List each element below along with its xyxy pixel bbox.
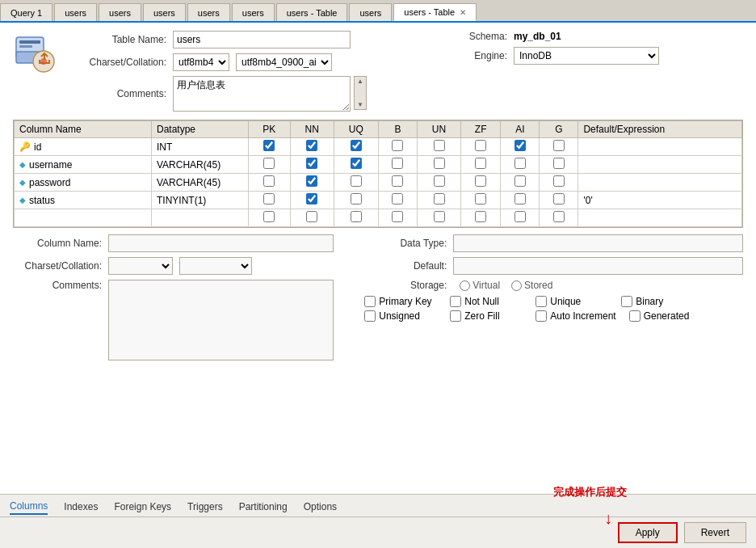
col-pk-checkbox[interactable] (263, 140, 275, 151)
detail-colname-input[interactable] (108, 234, 334, 252)
col-b-checkbox[interactable] (392, 175, 403, 187)
tab-foreign-keys[interactable]: Foreign Keys (114, 501, 171, 514)
nn-checkbox-label[interactable]: Not Null (450, 296, 523, 307)
tab-users4[interactable]: users (187, 3, 230, 21)
tab-triggers[interactable]: Triggers (187, 501, 223, 514)
charset-select[interactable]: utf8mb4 (173, 53, 229, 71)
col-zf-checkbox[interactable] (475, 193, 486, 204)
pk-checkbox-label[interactable]: Primary Key (364, 296, 437, 307)
col-ai-checkbox[interactable] (514, 175, 526, 187)
pk-checkbox[interactable] (364, 296, 376, 307)
col-uq-checkbox[interactable] (351, 158, 362, 169)
detail-charset-select[interactable] (108, 257, 173, 275)
close-tab-icon[interactable]: ✕ (460, 8, 466, 17)
col-b-checkbox[interactable] (392, 211, 403, 222)
table-row[interactable] (15, 209, 742, 227)
col-ai-checkbox[interactable] (514, 140, 526, 151)
tab-users3[interactable]: users (143, 3, 186, 21)
detail-datatype-input[interactable] (453, 234, 743, 252)
col-pk-checkbox[interactable] (263, 175, 275, 187)
detail-default-input[interactable] (453, 257, 743, 275)
table-row[interactable]: ◆usernameVARCHAR(45) (15, 156, 742, 174)
un-checkbox[interactable] (364, 310, 376, 322)
col-ai-checkbox[interactable] (514, 211, 526, 222)
tab-users6[interactable]: users (349, 3, 392, 21)
tab-users1[interactable]: users (54, 3, 97, 21)
col-g-checkbox[interactable] (553, 211, 565, 222)
col-nn-checkbox[interactable] (306, 158, 317, 169)
tab-options[interactable]: Options (304, 501, 337, 514)
table-name-input[interactable] (173, 31, 351, 48)
col-uq-checkbox[interactable] (351, 211, 362, 222)
nn-checkbox[interactable] (450, 296, 461, 307)
uq-checkbox-label[interactable]: Unique (536, 296, 608, 307)
col-pk-checkbox[interactable] (263, 193, 275, 204)
col-nn-cell (290, 192, 334, 209)
b-checkbox-label[interactable]: Binary (621, 296, 694, 307)
comments-input[interactable]: 用户信息表 (173, 76, 351, 112)
col-nn-checkbox[interactable] (306, 175, 317, 187)
col-un-checkbox[interactable] (434, 140, 445, 151)
scroll-down-icon[interactable]: ▼ (357, 101, 363, 108)
col-b-checkbox[interactable] (392, 193, 403, 204)
virtual-radio[interactable] (460, 280, 470, 291)
col-pk-checkbox[interactable] (263, 158, 275, 169)
tab-partitioning[interactable]: Partitioning (239, 501, 288, 514)
col-nn-checkbox[interactable] (306, 140, 317, 151)
col-nn-checkbox[interactable] (306, 193, 317, 204)
table-row[interactable]: ◆passwordVARCHAR(45) (15, 174, 742, 192)
col-b-checkbox[interactable] (392, 140, 403, 151)
g-checkbox[interactable] (629, 310, 640, 322)
col-zf-checkbox[interactable] (475, 175, 486, 187)
revert-button[interactable]: Revert (684, 522, 746, 543)
col-zf-checkbox[interactable] (475, 140, 486, 151)
b-checkbox[interactable] (621, 296, 632, 307)
g-checkbox-label[interactable]: Generated (629, 310, 702, 322)
ai-checkbox[interactable] (536, 310, 547, 322)
col-un-cell (417, 174, 460, 192)
col-pk-cell (249, 174, 291, 192)
virtual-radio-label[interactable]: Virtual (460, 280, 500, 291)
col-uq-checkbox[interactable] (351, 140, 362, 151)
col-b-checkbox[interactable] (392, 158, 403, 169)
collation-select[interactable]: utf8mb4_0900_ai (236, 53, 332, 71)
zf-checkbox[interactable] (450, 310, 461, 322)
col-g-checkbox[interactable] (553, 193, 565, 204)
col-uq-checkbox[interactable] (351, 175, 362, 187)
tab-users-table2[interactable]: users - Table ✕ (393, 3, 477, 21)
col-un-checkbox[interactable] (434, 158, 445, 169)
detail-collation-select[interactable] (179, 257, 252, 275)
col-zf-checkbox[interactable] (475, 211, 486, 222)
table-row[interactable]: ◆statusTINYINT(1)'0' (15, 192, 742, 209)
ai-checkbox-label[interactable]: Auto Increment (536, 310, 615, 322)
tab-users2[interactable]: users (99, 3, 141, 21)
un-checkbox-label[interactable]: Unsigned (364, 310, 437, 322)
table-row[interactable]: 🔑idINT (15, 138, 742, 156)
stored-radio-label[interactable]: Stored (511, 280, 552, 291)
uq-checkbox[interactable] (536, 296, 547, 307)
col-g-checkbox[interactable] (553, 158, 565, 169)
tab-users-table1[interactable]: users - Table (276, 3, 348, 21)
col-ai-checkbox[interactable] (514, 193, 526, 204)
apply-button[interactable]: Apply (618, 522, 678, 543)
tab-query1[interactable]: Query 1 (0, 3, 52, 21)
tab-users5[interactable]: users (232, 3, 275, 21)
col-g-checkbox[interactable] (553, 175, 565, 187)
col-un-checkbox[interactable] (434, 211, 445, 222)
col-nn-checkbox[interactable] (306, 211, 317, 222)
col-g-checkbox[interactable] (553, 140, 565, 151)
detail-comments-input[interactable] (108, 280, 334, 360)
col-un-checkbox[interactable] (434, 175, 445, 187)
engine-select[interactable]: InnoDB (514, 47, 659, 65)
stored-radio[interactable] (511, 280, 522, 291)
tab-indexes[interactable]: Indexes (64, 501, 98, 514)
col-un-checkbox[interactable] (434, 193, 445, 204)
col-pk-checkbox[interactable] (263, 211, 275, 222)
col-ai-checkbox[interactable] (514, 158, 526, 169)
zf-checkbox-label[interactable]: Zero Fill (450, 310, 523, 322)
scroll-up-icon[interactable]: ▲ (357, 78, 363, 85)
scrollbar[interactable]: ▲ ▼ (354, 76, 367, 110)
col-uq-checkbox[interactable] (351, 193, 362, 204)
col-zf-checkbox[interactable] (475, 158, 486, 169)
tab-columns[interactable]: Columns (10, 500, 48, 515)
